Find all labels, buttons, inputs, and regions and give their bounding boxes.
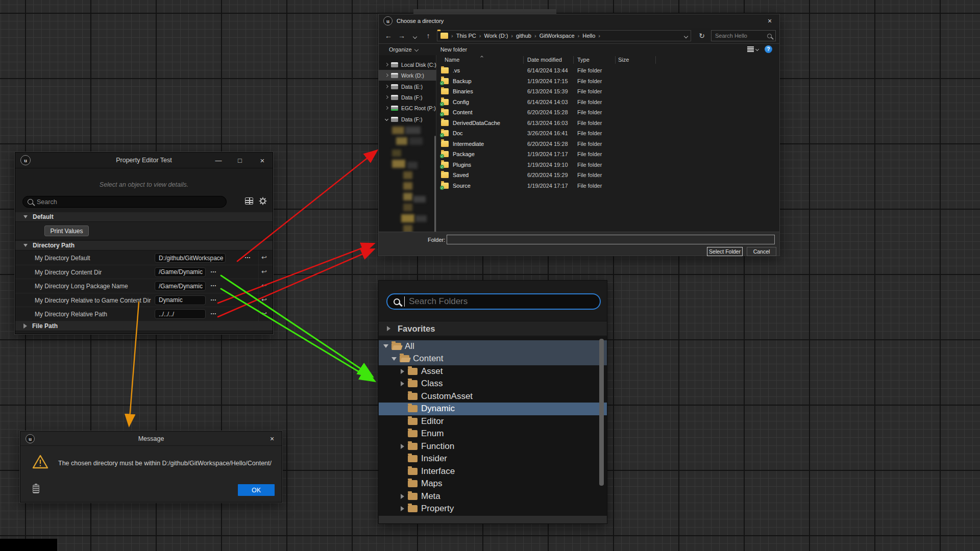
file-row[interactable]: Content6/20/2024 15:28File folder <box>437 107 779 118</box>
folders-search-box[interactable] <box>386 293 601 310</box>
property-value-field[interactable]: /Game/Dynamic <box>155 281 206 291</box>
tree-row-editor[interactable]: Editor <box>379 415 607 428</box>
tree-row-asset[interactable]: Asset <box>379 365 607 378</box>
file-row[interactable]: Plugins1/19/2024 19:10File folder <box>437 160 779 170</box>
print-values-button[interactable]: Print Values <box>44 226 89 236</box>
browse-more-button[interactable]: … <box>210 281 217 288</box>
maximize-icon[interactable]: □ <box>230 153 250 168</box>
refresh-icon[interactable]: ↻ <box>695 30 708 41</box>
browse-more-button[interactable]: … <box>210 267 217 274</box>
property-value-field[interactable]: /Game/Dynamic <box>155 267 206 277</box>
file-row[interactable]: Saved6/20/2024 15:29File folder <box>437 170 779 181</box>
tree-row-meta[interactable]: Meta <box>379 490 607 503</box>
settings-gear-icon[interactable] <box>258 196 267 206</box>
search-input[interactable] <box>37 198 222 206</box>
column-type[interactable]: Type <box>577 57 590 63</box>
address-dropdown-icon[interactable] <box>684 33 688 39</box>
dialog-titlebar[interactable]: u Message <box>20 432 282 446</box>
property-value-field[interactable]: D:/github/GitWorkspace <box>155 253 226 263</box>
tree-row-enum[interactable]: Enum <box>379 428 607 440</box>
section-file-path[interactable]: File Path <box>15 321 273 331</box>
address-bar[interactable]: › This PC › Work (D:) › github › GitWork… <box>437 30 691 41</box>
tree-row-customasset[interactable]: CustomAsset <box>379 390 607 403</box>
file-row[interactable]: Source1/19/2024 17:17File folder <box>437 181 779 191</box>
search-box[interactable] <box>711 30 776 41</box>
breadcrumb-work-d[interactable]: Work (D:) <box>484 33 508 39</box>
tree-row-function[interactable]: Function <box>379 440 607 453</box>
tree-scrollbar[interactable] <box>599 339 604 486</box>
new-folder-button[interactable]: New folder <box>440 46 468 53</box>
minimize-icon[interactable]: — <box>208 153 229 168</box>
close-icon[interactable]: × <box>262 432 282 446</box>
reset-to-default-icon[interactable]: ↩ <box>261 296 267 304</box>
section-directory-path[interactable]: Directory Path <box>15 241 273 251</box>
select-folder-button[interactable]: Select Folder <box>707 247 743 256</box>
search-box[interactable] <box>22 196 227 208</box>
organize-menu[interactable]: Organize <box>389 46 418 53</box>
file-row[interactable]: Doc3/26/2024 16:41File folder <box>437 128 779 139</box>
property-row-relative-path: My Directory Relative Path ../../../ … ↩ <box>15 307 273 321</box>
tree-item-data-f[interactable]: Data (F:) <box>379 92 436 103</box>
file-row[interactable]: Config6/14/2024 14:03File folder <box>437 97 779 108</box>
browse-more-button[interactable]: … <box>210 295 217 302</box>
close-icon[interactable]: × <box>760 14 779 28</box>
tree-item-data-f2[interactable]: Data (F:) <box>379 114 436 124</box>
file-row[interactable]: .vs6/14/2024 13:44File folder <box>437 65 779 76</box>
section-default[interactable]: Default <box>15 212 273 222</box>
tree-item-egc-root-p[interactable]: EGC Root (P:) <box>379 103 436 113</box>
tree-row-class[interactable]: Class <box>379 378 607 390</box>
file-row[interactable]: Package1/19/2024 17:17File folder <box>437 149 779 160</box>
folder-icon <box>408 455 418 462</box>
details-hint-text: Select an object to view details. <box>15 181 273 188</box>
tree-row-maps[interactable]: Maps <box>379 478 607 490</box>
search-input[interactable] <box>715 33 767 39</box>
reset-to-default-icon[interactable]: ↩ <box>261 282 267 289</box>
breadcrumb-separator: › <box>451 33 453 39</box>
tree-row-all[interactable]: All <box>379 340 607 353</box>
property-value-field[interactable]: ../../../ <box>155 309 206 319</box>
column-size[interactable]: Size <box>618 57 629 63</box>
tree-row-dynamic[interactable]: Dynamic <box>379 403 607 415</box>
property-editor-window: u Property Editor Test — □ × Select an o… <box>15 152 273 334</box>
dialog-titlebar[interactable]: u Choose a directory <box>379 14 779 28</box>
close-icon[interactable]: × <box>252 153 273 168</box>
reset-to-default-icon[interactable]: ↩ <box>261 268 267 276</box>
reset-to-default-icon[interactable]: ↩ <box>261 310 267 317</box>
cancel-button[interactable]: Cancel <box>747 247 776 256</box>
folders-search-input[interactable] <box>409 296 594 307</box>
copy-to-clipboard-icon[interactable] <box>33 485 39 493</box>
forward-icon[interactable]: → <box>395 32 408 40</box>
tree-row-content[interactable]: Content <box>379 353 607 365</box>
tree-row-insider[interactable]: Insider <box>379 453 607 465</box>
message-dialog: u Message × The chosen directory must be… <box>20 431 282 503</box>
view-mode-icon[interactable] <box>747 46 758 52</box>
tree-row-interface[interactable]: Interface <box>379 465 607 478</box>
up-icon[interactable]: ↑ <box>422 32 435 40</box>
breadcrumb-this-pc[interactable]: This PC <box>456 33 476 39</box>
browse-more-button[interactable]: … <box>244 253 251 260</box>
back-icon[interactable]: ← <box>382 32 395 40</box>
tree-row-property[interactable]: Property <box>379 503 607 515</box>
breadcrumb-hello[interactable]: Hello <box>582 33 595 39</box>
tree-item-local-disk-c[interactable]: Local Disk (C:) <box>379 59 436 70</box>
file-row[interactable]: Binaries6/13/2024 15:39File folder <box>437 86 779 97</box>
folder-name-input[interactable] <box>447 235 775 244</box>
help-icon[interactable]: ? <box>765 45 772 53</box>
ok-button[interactable]: OK <box>238 484 275 496</box>
file-row[interactable]: DerivedDataCache6/13/2024 16:03File fold… <box>437 118 779 129</box>
tree-scrollbar[interactable] <box>434 136 436 244</box>
reset-to-default-icon[interactable]: ↩ <box>261 254 267 261</box>
column-date-modified[interactable]: Date modified <box>527 57 562 63</box>
property-value-field[interactable]: Dynamic <box>155 295 206 305</box>
history-chevron-icon[interactable] <box>408 32 422 40</box>
breadcrumb-gitworkspace[interactable]: GitWorkspace <box>540 33 575 39</box>
file-row[interactable]: Intermediate6/20/2024 15:28File folder <box>437 139 779 149</box>
tree-item-data-e[interactable]: Data (E:) <box>379 81 436 92</box>
file-row[interactable]: Backup1/19/2024 17:15File folder <box>437 76 779 87</box>
display-options-icon[interactable] <box>245 197 253 205</box>
tree-item-work-d[interactable]: Work (D:) <box>379 70 436 81</box>
breadcrumb-github[interactable]: github <box>516 33 531 39</box>
browse-more-button[interactable]: … <box>210 309 217 316</box>
favorites-section[interactable]: Favorites <box>379 321 607 336</box>
column-name[interactable]: Name <box>445 57 459 63</box>
